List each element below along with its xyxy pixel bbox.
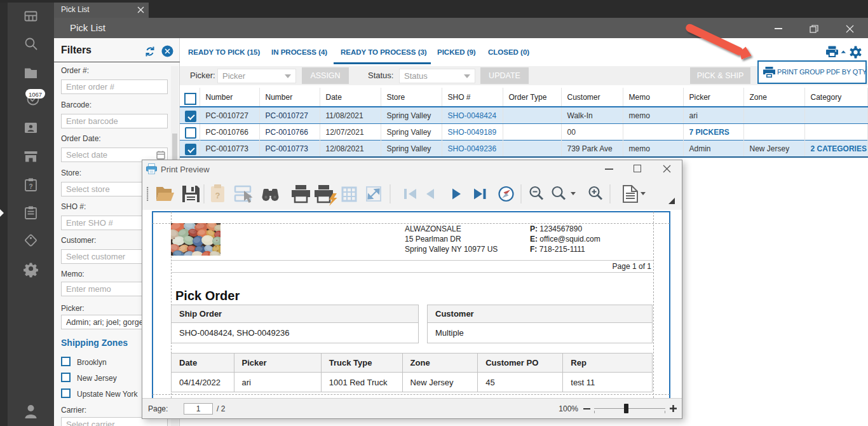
svg-text:1067: 1067 (29, 91, 42, 98)
svg-text:?: ? (29, 183, 32, 190)
svg-text:?: ? (215, 191, 220, 200)
